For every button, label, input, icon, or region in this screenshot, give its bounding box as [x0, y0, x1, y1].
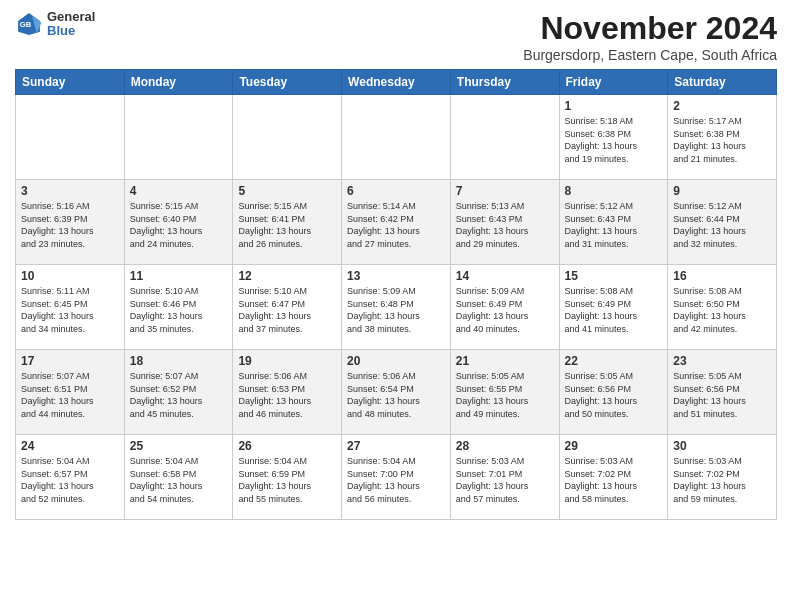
calendar-cell: 26Sunrise: 5:04 AM Sunset: 6:59 PM Dayli… [233, 435, 342, 520]
day-info: Sunrise: 5:09 AM Sunset: 6:48 PM Dayligh… [347, 285, 445, 335]
day-number: 20 [347, 354, 445, 368]
day-number: 4 [130, 184, 228, 198]
header: GB General Blue November 2024 Burgersdor… [15, 10, 777, 63]
calendar-cell: 9Sunrise: 5:12 AM Sunset: 6:44 PM Daylig… [668, 180, 777, 265]
subtitle: Burgersdorp, Eastern Cape, South Africa [523, 47, 777, 63]
day-number: 6 [347, 184, 445, 198]
calendar-week-5: 24Sunrise: 5:04 AM Sunset: 6:57 PM Dayli… [16, 435, 777, 520]
calendar-cell: 27Sunrise: 5:04 AM Sunset: 7:00 PM Dayli… [342, 435, 451, 520]
logo-icon: GB [15, 10, 43, 38]
calendar-week-1: 1Sunrise: 5:18 AM Sunset: 6:38 PM Daylig… [16, 95, 777, 180]
day-info: Sunrise: 5:09 AM Sunset: 6:49 PM Dayligh… [456, 285, 554, 335]
calendar-cell: 3Sunrise: 5:16 AM Sunset: 6:39 PM Daylig… [16, 180, 125, 265]
calendar-week-3: 10Sunrise: 5:11 AM Sunset: 6:45 PM Dayli… [16, 265, 777, 350]
svg-text:GB: GB [20, 20, 32, 29]
calendar-cell: 10Sunrise: 5:11 AM Sunset: 6:45 PM Dayli… [16, 265, 125, 350]
day-number: 27 [347, 439, 445, 453]
calendar-cell: 12Sunrise: 5:10 AM Sunset: 6:47 PM Dayli… [233, 265, 342, 350]
day-info: Sunrise: 5:15 AM Sunset: 6:41 PM Dayligh… [238, 200, 336, 250]
day-number: 14 [456, 269, 554, 283]
day-number: 23 [673, 354, 771, 368]
day-info: Sunrise: 5:04 AM Sunset: 6:59 PM Dayligh… [238, 455, 336, 505]
calendar-cell: 30Sunrise: 5:03 AM Sunset: 7:02 PM Dayli… [668, 435, 777, 520]
logo-text: General Blue [47, 10, 95, 39]
calendar-cell: 17Sunrise: 5:07 AM Sunset: 6:51 PM Dayli… [16, 350, 125, 435]
calendar-cell: 24Sunrise: 5:04 AM Sunset: 6:57 PM Dayli… [16, 435, 125, 520]
day-number: 12 [238, 269, 336, 283]
day-info: Sunrise: 5:08 AM Sunset: 6:49 PM Dayligh… [565, 285, 663, 335]
calendar-cell: 21Sunrise: 5:05 AM Sunset: 6:55 PM Dayli… [450, 350, 559, 435]
calendar-header-saturday: Saturday [668, 70, 777, 95]
day-info: Sunrise: 5:03 AM Sunset: 7:02 PM Dayligh… [673, 455, 771, 505]
calendar-week-4: 17Sunrise: 5:07 AM Sunset: 6:51 PM Dayli… [16, 350, 777, 435]
day-info: Sunrise: 5:10 AM Sunset: 6:46 PM Dayligh… [130, 285, 228, 335]
main-title: November 2024 [523, 10, 777, 47]
day-number: 17 [21, 354, 119, 368]
calendar-header-wednesday: Wednesday [342, 70, 451, 95]
day-number: 3 [21, 184, 119, 198]
day-number: 11 [130, 269, 228, 283]
day-info: Sunrise: 5:07 AM Sunset: 6:52 PM Dayligh… [130, 370, 228, 420]
calendar-cell: 16Sunrise: 5:08 AM Sunset: 6:50 PM Dayli… [668, 265, 777, 350]
calendar-week-2: 3Sunrise: 5:16 AM Sunset: 6:39 PM Daylig… [16, 180, 777, 265]
day-number: 7 [456, 184, 554, 198]
day-number: 13 [347, 269, 445, 283]
calendar-cell: 11Sunrise: 5:10 AM Sunset: 6:46 PM Dayli… [124, 265, 233, 350]
title-block: November 2024 Burgersdorp, Eastern Cape,… [523, 10, 777, 63]
calendar-cell: 4Sunrise: 5:15 AM Sunset: 6:40 PM Daylig… [124, 180, 233, 265]
calendar-cell: 28Sunrise: 5:03 AM Sunset: 7:01 PM Dayli… [450, 435, 559, 520]
day-info: Sunrise: 5:13 AM Sunset: 6:43 PM Dayligh… [456, 200, 554, 250]
calendar-cell [342, 95, 451, 180]
day-info: Sunrise: 5:17 AM Sunset: 6:38 PM Dayligh… [673, 115, 771, 165]
calendar-header-monday: Monday [124, 70, 233, 95]
page: GB General Blue November 2024 Burgersdor… [0, 0, 792, 530]
day-number: 5 [238, 184, 336, 198]
day-number: 1 [565, 99, 663, 113]
day-info: Sunrise: 5:12 AM Sunset: 6:43 PM Dayligh… [565, 200, 663, 250]
day-number: 18 [130, 354, 228, 368]
calendar-cell: 23Sunrise: 5:05 AM Sunset: 6:56 PM Dayli… [668, 350, 777, 435]
day-number: 30 [673, 439, 771, 453]
calendar-cell: 20Sunrise: 5:06 AM Sunset: 6:54 PM Dayli… [342, 350, 451, 435]
calendar-cell: 6Sunrise: 5:14 AM Sunset: 6:42 PM Daylig… [342, 180, 451, 265]
calendar-cell: 7Sunrise: 5:13 AM Sunset: 6:43 PM Daylig… [450, 180, 559, 265]
day-number: 24 [21, 439, 119, 453]
day-info: Sunrise: 5:15 AM Sunset: 6:40 PM Dayligh… [130, 200, 228, 250]
day-number: 28 [456, 439, 554, 453]
calendar-cell: 15Sunrise: 5:08 AM Sunset: 6:49 PM Dayli… [559, 265, 668, 350]
day-info: Sunrise: 5:07 AM Sunset: 6:51 PM Dayligh… [21, 370, 119, 420]
calendar-header-tuesday: Tuesday [233, 70, 342, 95]
day-number: 8 [565, 184, 663, 198]
day-info: Sunrise: 5:06 AM Sunset: 6:54 PM Dayligh… [347, 370, 445, 420]
day-number: 29 [565, 439, 663, 453]
day-number: 25 [130, 439, 228, 453]
day-info: Sunrise: 5:03 AM Sunset: 7:01 PM Dayligh… [456, 455, 554, 505]
day-info: Sunrise: 5:04 AM Sunset: 6:57 PM Dayligh… [21, 455, 119, 505]
day-info: Sunrise: 5:08 AM Sunset: 6:50 PM Dayligh… [673, 285, 771, 335]
day-number: 21 [456, 354, 554, 368]
day-number: 19 [238, 354, 336, 368]
day-info: Sunrise: 5:10 AM Sunset: 6:47 PM Dayligh… [238, 285, 336, 335]
day-info: Sunrise: 5:14 AM Sunset: 6:42 PM Dayligh… [347, 200, 445, 250]
day-info: Sunrise: 5:16 AM Sunset: 6:39 PM Dayligh… [21, 200, 119, 250]
day-info: Sunrise: 5:05 AM Sunset: 6:56 PM Dayligh… [565, 370, 663, 420]
day-number: 16 [673, 269, 771, 283]
day-number: 15 [565, 269, 663, 283]
calendar-cell: 2Sunrise: 5:17 AM Sunset: 6:38 PM Daylig… [668, 95, 777, 180]
calendar-cell: 5Sunrise: 5:15 AM Sunset: 6:41 PM Daylig… [233, 180, 342, 265]
calendar-cell: 8Sunrise: 5:12 AM Sunset: 6:43 PM Daylig… [559, 180, 668, 265]
logo: GB General Blue [15, 10, 95, 39]
calendar-cell [233, 95, 342, 180]
day-number: 9 [673, 184, 771, 198]
calendar-cell: 22Sunrise: 5:05 AM Sunset: 6:56 PM Dayli… [559, 350, 668, 435]
calendar-cell [450, 95, 559, 180]
calendar-header-friday: Friday [559, 70, 668, 95]
calendar-cell: 1Sunrise: 5:18 AM Sunset: 6:38 PM Daylig… [559, 95, 668, 180]
day-info: Sunrise: 5:05 AM Sunset: 6:56 PM Dayligh… [673, 370, 771, 420]
calendar-header-row: SundayMondayTuesdayWednesdayThursdayFrid… [16, 70, 777, 95]
calendar-cell: 19Sunrise: 5:06 AM Sunset: 6:53 PM Dayli… [233, 350, 342, 435]
calendar-header-thursday: Thursday [450, 70, 559, 95]
day-number: 10 [21, 269, 119, 283]
day-number: 26 [238, 439, 336, 453]
logo-blue-text: Blue [47, 24, 95, 38]
